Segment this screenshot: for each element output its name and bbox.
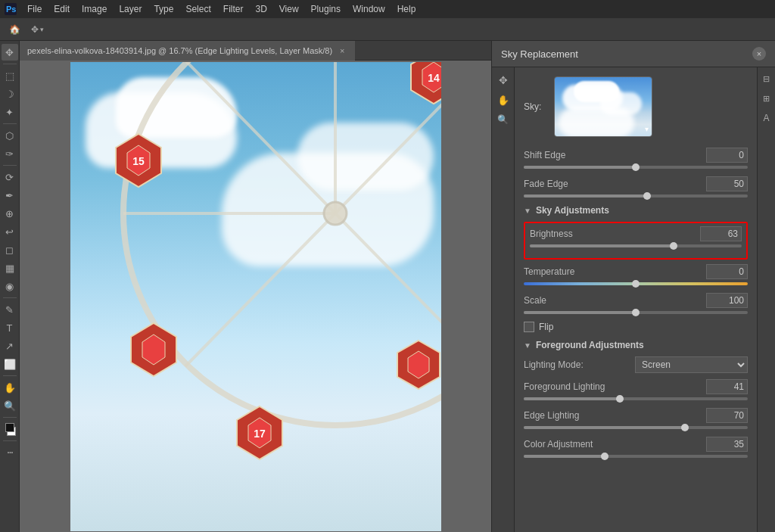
- svg-text:Ps: Ps: [6, 5, 16, 14]
- flip-checkbox[interactable]: [524, 322, 534, 332]
- shift-edge-slider-track[interactable]: [524, 166, 748, 169]
- shift-edge-input[interactable]: [706, 148, 748, 163]
- menu-view[interactable]: View: [273, 0, 305, 18]
- brightness-slider-track[interactable]: [530, 244, 742, 247]
- shift-edge-slider-thumb[interactable]: [632, 163, 640, 171]
- tool-lasso[interactable]: ☽: [2, 86, 18, 102]
- brightness-slider-thumb[interactable]: [670, 242, 677, 250]
- tool-move[interactable]: ✥: [2, 44, 18, 61]
- foreground-lighting-input[interactable]: [706, 379, 748, 394]
- menu-file[interactable]: File: [21, 0, 48, 18]
- fade-edge-slider-thumb[interactable]: [643, 192, 651, 200]
- fade-edge-slider-track[interactable]: [524, 194, 748, 198]
- svg-text:14: 14: [428, 72, 440, 84]
- color-adjustment-slider-thumb[interactable]: [601, 453, 608, 460]
- sky-preview-image: [555, 77, 652, 136]
- scale-slider-thumb[interactable]: [632, 309, 640, 316]
- color-adjustment-slider-track[interactable]: [524, 455, 748, 458]
- menu-window[interactable]: Window: [347, 0, 391, 18]
- tool-colors[interactable]: [2, 421, 18, 437]
- color-adjustment-slider-fill: [524, 455, 605, 458]
- canvas-tab-close[interactable]: ×: [337, 45, 347, 56]
- tool-blur[interactable]: ◉: [2, 278, 18, 294]
- move-tool-options[interactable]: ✥ ▾: [29, 21, 45, 38]
- canvas-tab-title: pexels-elina-volkova-18403914.jpg @ 16.7…: [27, 46, 332, 55]
- move-icon: ✥: [31, 24, 39, 35]
- temperature-input[interactable]: [706, 264, 748, 279]
- sky-preview-thumbnail[interactable]: ▾: [554, 76, 652, 137]
- canvas-viewport[interactable]: 14 15: [20, 61, 491, 532]
- tool-healing[interactable]: ⟳: [2, 169, 18, 185]
- main-area: ✥ ⬚ ☽ ✦ ⬡ ✑ ⟳ ✒ ⊕ ↩ ◻ ▦ ◉ ✎ T ↗ ⬜ ✋ 🔍 ··…: [0, 41, 775, 532]
- tool-zoom[interactable]: 🔍: [2, 397, 18, 414]
- tool-separator-1: [3, 64, 17, 64]
- tool-brush[interactable]: ✒: [2, 187, 18, 204]
- brightness-label: Brightness: [530, 229, 694, 239]
- tool-type[interactable]: T: [2, 319, 18, 336]
- fade-edge-slider-row: [524, 194, 748, 198]
- menu-type[interactable]: Type: [148, 0, 179, 18]
- edge-lighting-label: Edge Lighting: [524, 410, 700, 421]
- edge-lighting-slider-track[interactable]: [524, 426, 748, 429]
- temperature-slider-row: [524, 282, 748, 285]
- svg-line-5: [185, 62, 335, 213]
- edge-lighting-slider-thumb[interactable]: [681, 424, 689, 431]
- tool-separator-2: [3, 123, 17, 124]
- right-tool-type[interactable]: A: [758, 110, 775, 126]
- menu-select[interactable]: Select: [179, 0, 216, 18]
- menu-filter[interactable]: Filter: [217, 0, 250, 18]
- dialog-tool-move[interactable]: ✥: [495, 72, 512, 89]
- scale-slider-track[interactable]: [524, 311, 748, 314]
- tool-magic-wand[interactable]: ✦: [2, 104, 18, 120]
- fade-edge-input[interactable]: [706, 176, 748, 191]
- menu-edit[interactable]: Edit: [48, 0, 76, 18]
- scale-label: Scale: [524, 295, 700, 306]
- tool-shape[interactable]: ⬜: [2, 356, 18, 372]
- tool-separator-3: [3, 165, 17, 166]
- brightness-slider-fill: [530, 244, 674, 247]
- temperature-slider-thumb[interactable]: [632, 280, 640, 288]
- dialog-tool-zoom[interactable]: 🔍: [495, 111, 512, 128]
- tool-history[interactable]: ↩: [2, 223, 18, 240]
- tool-gradient[interactable]: ▦: [2, 260, 18, 276]
- tool-pen[interactable]: ✎: [2, 301, 18, 318]
- tool-more[interactable]: ···: [2, 444, 18, 461]
- canvas-image: 14 15: [70, 62, 441, 531]
- lighting-mode-select[interactable]: Screen Multiply Luminosity: [635, 356, 748, 373]
- sky-dropdown-arrow-icon: ▾: [645, 125, 649, 133]
- svg-text:17: 17: [254, 428, 266, 440]
- fade-edge-slider-fill: [524, 194, 647, 198]
- tool-eyedropper[interactable]: ✑: [2, 145, 18, 162]
- shift-edge-row: Shift Edge: [524, 148, 748, 163]
- tool-marquee[interactable]: ⬚: [2, 67, 18, 84]
- tool-eraser[interactable]: ◻: [2, 241, 18, 258]
- scale-row: Scale: [524, 293, 748, 308]
- foreground-lighting-slider-thumb[interactable]: [616, 395, 624, 403]
- right-tool-1[interactable]: ⊟: [758, 70, 775, 87]
- menu-3d[interactable]: 3D: [249, 0, 272, 18]
- menu-plugins[interactable]: Plugins: [305, 0, 347, 18]
- foreground-adjustments-header[interactable]: ▼ Foreground Adjustments: [524, 340, 748, 350]
- edge-lighting-input[interactable]: [706, 408, 748, 423]
- canvas-tab[interactable]: pexels-elina-volkova-18403914.jpg @ 16.7…: [20, 41, 355, 61]
- menu-layer[interactable]: Layer: [113, 0, 148, 18]
- temperature-slider-track[interactable]: [524, 282, 748, 285]
- options-bar: 🏠 ✥ ▾: [0, 18, 775, 41]
- menu-image[interactable]: Image: [76, 0, 113, 18]
- brightness-input[interactable]: [700, 226, 742, 241]
- tool-hand[interactable]: ✋: [2, 379, 18, 396]
- right-tool-2[interactable]: ⊞: [758, 90, 775, 107]
- tool-path[interactable]: ↗: [2, 338, 18, 354]
- dialog-tool-hand[interactable]: ✋: [495, 92, 512, 108]
- tool-crop[interactable]: ⬡: [2, 127, 18, 144]
- foreground-lighting-slider-track[interactable]: [524, 397, 748, 400]
- svg-line-6: [185, 213, 335, 366]
- sky-adjustments-header[interactable]: ▼ Sky Adjustments: [524, 205, 748, 216]
- scale-input[interactable]: [706, 293, 748, 308]
- dialog-close-button[interactable]: ×: [752, 47, 766, 61]
- scale-slider-fill: [524, 311, 636, 314]
- tool-stamp[interactable]: ⊕: [2, 205, 18, 222]
- menu-help[interactable]: Help: [391, 0, 422, 18]
- home-icon[interactable]: 🏠: [6, 21, 23, 38]
- color-adjustment-input[interactable]: [706, 437, 748, 452]
